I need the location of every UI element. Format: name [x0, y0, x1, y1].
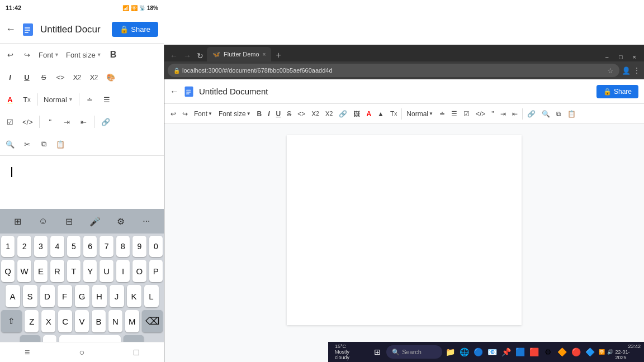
browser-back-btn[interactable]: ← [168, 50, 180, 61]
nav-menu-button[interactable]: ≡ [25, 347, 30, 358]
key-j[interactable]: J [110, 285, 124, 307]
taskbar-app3-icon[interactable]: 📧 [486, 346, 499, 358]
tb-bold[interactable]: B [254, 108, 265, 120]
quote-button[interactable]: " [42, 116, 58, 128]
key-m[interactable]: M [125, 310, 139, 332]
taskbar-app8-icon[interactable]: 🔶 [556, 346, 569, 358]
indent-decrease-button[interactable]: ⇤ [76, 116, 92, 128]
taskbar-browser2-icon[interactable]: 🔵 [472, 346, 485, 358]
shift-key[interactable]: ⇧ [1, 310, 22, 332]
checkbox-button[interactable]: ☑ [2, 116, 18, 128]
copy-button[interactable]: ⧉ [36, 137, 51, 151]
key-k[interactable]: K [127, 285, 141, 307]
tb-sub[interactable]: X2 [309, 108, 322, 120]
superscript-button[interactable]: X2 [86, 71, 102, 84]
tb-code[interactable]: <> [295, 108, 308, 120]
close-button[interactable]: × [628, 53, 641, 61]
browser-menu-button[interactable]: ⋮ [633, 66, 641, 75]
subscript-button[interactable]: X2 [69, 71, 85, 84]
redo-button[interactable]: ↪ [19, 49, 35, 61]
code-button[interactable]: <> [53, 71, 68, 84]
share-button-browser[interactable]: 🔒 Share [596, 85, 638, 98]
font-size-dropdown[interactable]: Font size ▼ [63, 49, 105, 61]
tb-checklist[interactable]: ☑ [461, 108, 472, 120]
key-f[interactable]: F [58, 285, 72, 307]
tb-highlight[interactable]: ▲ [375, 108, 387, 120]
kb-clipboard-icon[interactable]: ⊞ [7, 211, 27, 231]
nav-recent-button[interactable]: □ [134, 347, 139, 358]
start-button[interactable]: ⊞ [371, 347, 384, 356]
key-v[interactable]: V [75, 310, 89, 332]
key-n[interactable]: N [108, 310, 122, 332]
key-a[interactable]: A [6, 285, 20, 307]
highlight-button[interactable]: A [2, 93, 18, 106]
key-e[interactable]: E [34, 260, 48, 282]
tb-redo[interactable]: ↪ [179, 108, 191, 120]
key-z[interactable]: Z [25, 310, 39, 332]
back-button[interactable]: ← [6, 23, 16, 35]
key-h[interactable]: H [92, 285, 107, 307]
key-d[interactable]: D [40, 285, 55, 307]
link-button[interactable]: 🔗 [98, 116, 113, 128]
undo-button[interactable]: ↩ [2, 49, 18, 61]
key-l[interactable]: L [144, 285, 159, 307]
tb-image[interactable]: 🖼 [351, 108, 363, 120]
tb-copy[interactable]: ⧉ [553, 108, 564, 120]
tb-style-dropdown[interactable]: Normal ▼ [404, 108, 436, 120]
bullet-list-button[interactable]: ☰ [99, 93, 115, 106]
bold-button[interactable]: B [106, 47, 121, 62]
search-button[interactable]: 🔍 [2, 138, 18, 151]
minimize-button[interactable]: − [600, 53, 613, 61]
style-dropdown[interactable]: Normal ▼ [41, 94, 76, 106]
clear-format-button[interactable]: Tx [19, 93, 35, 106]
tb-link[interactable]: 🔗 [336, 108, 350, 120]
underline-button[interactable]: U [19, 71, 35, 84]
kb-mic-icon[interactable]: 🎤 [85, 211, 105, 231]
key-g[interactable]: G [75, 285, 89, 307]
taskbar-app4-icon[interactable]: 📌 [500, 346, 513, 358]
tb-search[interactable]: 🔍 [539, 108, 553, 120]
kb-settings-icon[interactable]: ⚙ [111, 211, 131, 231]
tb-strikethrough[interactable]: S [284, 108, 294, 120]
indent-increase-button[interactable]: ⇥ [59, 116, 75, 128]
key-u[interactable]: U [100, 260, 113, 282]
font-dropdown[interactable]: Font ▼ [36, 49, 62, 61]
key-x[interactable]: X [41, 310, 55, 332]
address-bar[interactable]: 🔒 localhost:3000/#/document/678fbbc00b5a… [168, 64, 619, 77]
key-o[interactable]: O [132, 260, 146, 282]
key-p[interactable]: P [149, 260, 163, 282]
key-c[interactable]: C [58, 310, 72, 332]
kb-sticker-icon[interactable]: ⊟ [59, 211, 79, 231]
key-r[interactable]: R [50, 260, 64, 282]
star-button[interactable]: ☆ [607, 66, 614, 75]
tb-clear[interactable]: Tx [387, 108, 400, 120]
tb-text-color[interactable]: A [363, 108, 374, 120]
browser-forward-btn[interactable]: → [181, 50, 193, 61]
key-w[interactable]: W [17, 260, 31, 282]
key-3[interactable]: 3 [34, 236, 48, 257]
key-5[interactable]: 5 [67, 236, 80, 257]
tb-italic[interactable]: I [265, 108, 272, 120]
share-button-mobile[interactable]: 🔒 Share [112, 22, 158, 37]
key-q[interactable]: Q [1, 260, 15, 282]
key-9[interactable]: 9 [132, 236, 146, 257]
browser-refresh-btn[interactable]: ↻ [195, 50, 206, 61]
taskbar-files-icon[interactable]: 📁 [444, 346, 457, 358]
tb-underline[interactable]: U [273, 108, 284, 120]
kb-emoji-icon[interactable]: ☺ [33, 211, 53, 231]
key-0[interactable]: 0 [149, 236, 163, 257]
tb-fontsize-dropdown[interactable]: Font size ▼ [216, 108, 254, 120]
strikethrough-button[interactable]: S [36, 71, 51, 84]
profile-button[interactable]: 👤 [622, 66, 631, 75]
italic-button[interactable]: I [2, 71, 18, 84]
cut-button[interactable]: ✂ [19, 138, 35, 151]
key-i[interactable]: I [116, 260, 130, 282]
tb-undo[interactable]: ↩ [168, 108, 179, 120]
tb-indent-dec[interactable]: ⇤ [509, 108, 520, 120]
key-2[interactable]: 2 [17, 236, 31, 257]
key-s[interactable]: S [23, 285, 37, 307]
tb-super[interactable]: X2 [323, 108, 336, 120]
taskbar-app6-icon[interactable]: 🟥 [528, 346, 541, 358]
kb-more-icon[interactable]: ··· [136, 211, 157, 231]
key-y[interactable]: Y [83, 260, 97, 282]
